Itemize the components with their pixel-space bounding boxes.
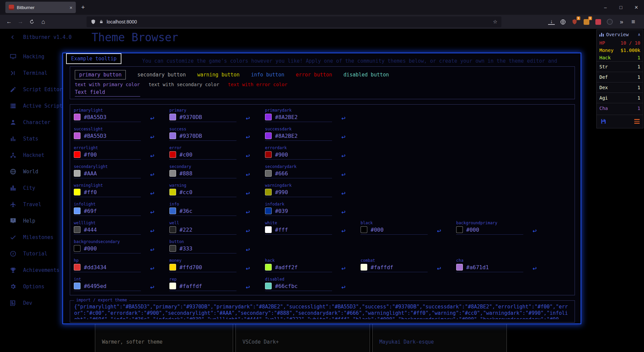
color-hex-value[interactable]: #faffdf (179, 283, 202, 289)
undo-color-icon[interactable] (341, 227, 345, 234)
color-swatch[interactable] (169, 245, 176, 252)
color-input[interactable]: #36c (169, 208, 236, 216)
color-input[interactable]: #9370DB (169, 132, 236, 141)
color-swatch[interactable] (361, 264, 367, 271)
color-input[interactable]: #6495ed (74, 283, 141, 291)
browser-tab[interactable]: Bitburner (5, 2, 76, 13)
undo-color-icon[interactable] (150, 246, 154, 253)
undo-color-icon[interactable] (150, 115, 154, 121)
color-hex-value[interactable]: #9370DB (179, 133, 202, 139)
extension-icon-red[interactable] (595, 18, 601, 25)
tracking-shield-icon[interactable] (91, 19, 96, 24)
color-input[interactable]: #a671d1 (456, 264, 523, 272)
color-swatch[interactable] (265, 283, 272, 289)
window-minimize-button[interactable] (598, 0, 613, 15)
undo-color-icon[interactable] (150, 190, 154, 196)
color-input[interactable]: #ff0 (74, 189, 141, 197)
color-hex-value[interactable]: #9370DB (179, 114, 202, 120)
undo-color-icon[interactable] (150, 209, 154, 215)
color-swatch[interactable] (169, 226, 176, 233)
color-swatch[interactable] (265, 189, 272, 195)
preview-text-field[interactable]: Text field (75, 89, 570, 97)
color-swatch[interactable] (265, 132, 272, 139)
color-hex-value[interactable]: #000 (466, 227, 479, 233)
color-input[interactable]: #faffdf (361, 264, 428, 272)
color-hex-value[interactable]: #faffdf (371, 264, 393, 271)
color-swatch[interactable] (74, 264, 80, 271)
undo-color-icon[interactable] (246, 284, 250, 290)
overview-header[interactable]: Overview (597, 30, 643, 39)
color-swatch[interactable] (74, 283, 80, 289)
color-swatch[interactable] (265, 151, 272, 158)
window-close-button[interactable] (629, 0, 644, 15)
back-button[interactable] (3, 16, 15, 27)
color-hex-value[interactable]: #a671d1 (466, 264, 489, 271)
undo-color-icon[interactable] (437, 265, 441, 272)
undo-color-icon[interactable] (246, 133, 250, 140)
undo-color-icon[interactable] (341, 265, 345, 272)
address-bar[interactable]: localhost:8000 (87, 16, 501, 27)
color-input[interactable]: #dd3434 (74, 264, 141, 272)
color-hex-value[interactable]: #990 (275, 189, 288, 195)
undo-color-icon[interactable] (437, 227, 441, 234)
color-hex-value[interactable]: #444 (84, 227, 97, 233)
color-input[interactable]: #adff2f (265, 264, 332, 272)
color-hex-value[interactable]: #fff (275, 227, 288, 233)
preview-button[interactable]: error button (296, 72, 332, 78)
color-hex-value[interactable]: #c00 (179, 152, 193, 158)
undo-color-icon[interactable] (246, 171, 250, 178)
undo-color-icon[interactable] (246, 190, 250, 196)
color-input[interactable]: #BA55D3 (74, 132, 141, 141)
color-hex-value[interactable]: #cc0 (179, 189, 193, 195)
color-swatch[interactable] (169, 264, 176, 271)
color-input[interactable]: #666 (265, 170, 332, 178)
color-input[interactable]: #000 (74, 245, 141, 253)
color-input[interactable]: #cc0 (169, 189, 236, 197)
preview-button[interactable]: disabled button (343, 72, 389, 78)
color-input[interactable]: #222 (169, 226, 236, 235)
color-hex-value[interactable]: #AAA (84, 170, 97, 177)
window-maximize-button[interactable] (613, 0, 629, 15)
undo-color-icon[interactable] (150, 133, 154, 140)
undo-color-icon[interactable] (150, 171, 154, 178)
undo-color-icon[interactable] (341, 115, 345, 121)
color-swatch[interactable] (265, 208, 272, 214)
color-input[interactable]: #faffdf (169, 283, 236, 291)
color-hex-value[interactable]: #222 (179, 227, 193, 233)
undo-color-icon[interactable] (150, 227, 154, 234)
color-hex-value[interactable]: #8A2BE2 (275, 133, 298, 139)
color-hex-value[interactable]: #BA55D3 (84, 114, 106, 120)
color-swatch[interactable] (74, 226, 80, 233)
undo-color-icon[interactable] (341, 190, 345, 196)
color-hex-value[interactable]: #dd3434 (84, 264, 106, 271)
undo-color-icon[interactable] (533, 227, 537, 234)
color-input[interactable]: #69f (74, 208, 141, 216)
color-input[interactable]: #000 (456, 226, 523, 235)
color-swatch[interactable] (169, 132, 176, 139)
reload-button[interactable] (26, 16, 38, 27)
color-swatch[interactable] (265, 264, 272, 271)
color-hex-value[interactable]: #8A2BE2 (275, 114, 298, 120)
color-hex-value[interactable]: #000 (371, 227, 384, 233)
bookmark-star-icon[interactable] (493, 19, 497, 25)
color-swatch[interactable] (74, 114, 80, 120)
undo-color-icon[interactable] (246, 265, 250, 272)
color-input[interactable]: #AAA (74, 170, 141, 178)
color-input[interactable]: #ffd700 (169, 264, 236, 272)
undo-color-icon[interactable] (246, 115, 250, 121)
save-game-icon[interactable] (600, 118, 607, 125)
color-swatch[interactable] (74, 170, 80, 177)
undo-color-icon[interactable] (150, 152, 154, 159)
downloads-icon[interactable] (548, 19, 555, 25)
color-swatch[interactable] (456, 226, 463, 233)
undo-color-icon[interactable] (341, 152, 345, 159)
undo-color-icon[interactable] (246, 152, 250, 159)
home-button[interactable] (38, 16, 49, 27)
undo-color-icon[interactable] (150, 265, 154, 272)
undo-color-icon[interactable] (246, 227, 250, 234)
color-hex-value[interactable]: #f00 (84, 152, 97, 158)
color-input[interactable]: #900 (265, 151, 332, 160)
color-input[interactable]: #990 (265, 189, 332, 197)
color-swatch[interactable] (169, 114, 176, 120)
color-hex-value[interactable]: #6495ed (84, 283, 106, 289)
